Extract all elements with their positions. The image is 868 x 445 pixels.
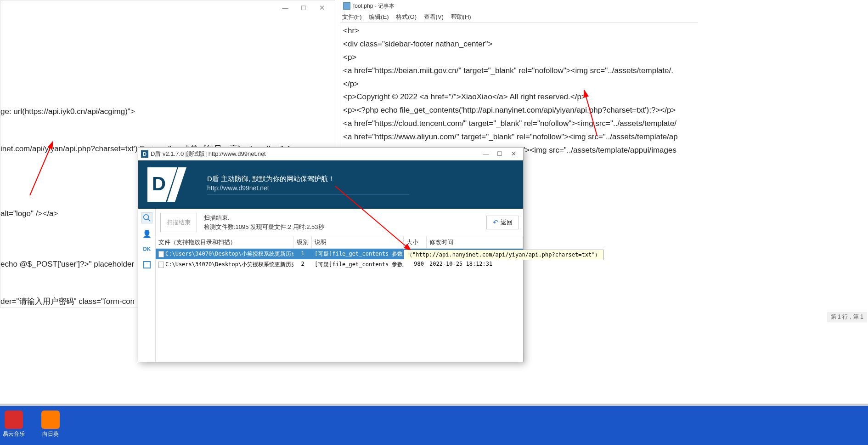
- cell-level: 1: [293, 249, 312, 259]
- dshield-topbar: 扫描结束 扫描结束. 检测文件数:1095 发现可疑文件:2 用时:2.53秒 …: [156, 209, 523, 236]
- np-line: <p><?php echo file_get_contents('http://…: [343, 104, 695, 117]
- back-label: 返回: [501, 218, 513, 227]
- notepad-icon: [343, 2, 350, 10]
- dshield-window-controls: — ☐ ✕: [479, 150, 520, 157]
- file-icon: [158, 262, 164, 268]
- close-button[interactable]: ✕: [313, 1, 331, 14]
- dshield-main: 👤 OK 扫描结束 扫描结束. 检测文件数:1095 发现可疑文件:2 用时:2…: [138, 209, 523, 362]
- th-desc[interactable]: 说明: [312, 236, 404, 248]
- scan-stats-label: 检测文件数:1095 发现可疑文件:2 用时:2.53秒: [204, 222, 486, 232]
- code-line: ge: url(https://api.iyk0.cn/api/acgimg)"…: [0, 103, 335, 121]
- back-button[interactable]: ↶返回: [486, 216, 519, 229]
- music-app-icon: [5, 411, 23, 429]
- notepad-statusbar: 第 1 行，第 1: [827, 312, 867, 322]
- left-titlebar: — ☐ ✕: [0, 0, 335, 15]
- taskbar-item-music[interactable]: 易云音乐: [0, 411, 28, 438]
- np-line: <div class="sidebar-footer nathan_center…: [343, 38, 695, 51]
- menu-edit[interactable]: 编辑(E): [369, 13, 389, 20]
- taskbar: 易云音乐 向日葵: [0, 404, 868, 445]
- table-header: 文件（支持拖放目录和扫描） 级别 说明 大小 修改时间: [156, 236, 523, 249]
- th-level[interactable]: 级别: [293, 236, 312, 248]
- dshield-logo-icon: D: [143, 164, 203, 205]
- menu-format[interactable]: 格式(O): [396, 13, 417, 20]
- dshield-sidebar: 👤 OK: [138, 209, 156, 362]
- cell-size: 980: [404, 260, 427, 269]
- tooltip: （"http://api.nanyinet.com/api/yiyan/api.…: [404, 250, 603, 260]
- cell-desc: [可疑]file_get_contents 参数..: [312, 260, 404, 269]
- svg-rect-5: [144, 262, 150, 268]
- th-time[interactable]: 修改时间: [427, 236, 523, 248]
- minimize-button[interactable]: —: [479, 150, 493, 157]
- taskbar-label: 向日葵: [37, 430, 64, 438]
- taskbar-label: 易云音乐: [0, 430, 28, 438]
- svg-line-4: [147, 219, 150, 221]
- sunflower-app-icon: [41, 411, 60, 429]
- cell-file: C:\Users\34070\Desktop\小笑授权系统更新历史..: [165, 251, 293, 257]
- np-line: <a href="https://cloud.tencent.com/" tar…: [343, 117, 695, 131]
- menu-view[interactable]: 查看(V): [424, 13, 444, 20]
- cell-file: C:\Users\34070\Desktop\小笑授权系统更新历史..: [165, 261, 293, 268]
- maximize-button[interactable]: ☐: [493, 150, 507, 157]
- ok-icon[interactable]: OK: [141, 244, 152, 255]
- user-icon[interactable]: 👤: [141, 228, 152, 239]
- np-line: </p>: [343, 78, 695, 91]
- scan-status: 扫描结束. 检测文件数:1095 发现可疑文件:2 用时:2.53秒: [204, 213, 486, 231]
- np-line: <a href="https://www.aliyun.com/" target…: [343, 131, 695, 144]
- np-line: <p>: [343, 51, 695, 64]
- notepad-title: foot.php - 记事本: [353, 2, 395, 10]
- svg-text:D: D: [152, 173, 166, 194]
- dshield-banner-text: D盾 主动防御, 默默为你的网站保驾护航！ http://www.d99net.…: [203, 175, 519, 195]
- notepad-menubar: 文件(F) 编辑(E) 格式(O) 查看(V) 帮助(H): [340, 12, 698, 23]
- np-line: <p>Copyright © 2022 <a href="/">XiaoXiao…: [343, 91, 695, 104]
- notepad-titlebar: foot.php - 记事本: [340, 0, 698, 12]
- minimize-button[interactable]: —: [276, 1, 294, 14]
- banner-url: http://www.d99net.net: [207, 184, 409, 195]
- np-line: <hr>: [343, 24, 695, 38]
- cell-time: 2022-10-25 18:12:31: [427, 260, 523, 269]
- close-button[interactable]: ✕: [507, 150, 520, 157]
- dshield-banner: D D盾 主动防御, 默默为你的网站保驾护航！ http://www.d99ne…: [138, 160, 523, 209]
- taskbar-item-sunflower[interactable]: 向日葵: [37, 411, 64, 438]
- cell-level: 2: [293, 260, 312, 269]
- np-line: <a href="https://beian.miit.gov.cn/" tar…: [343, 64, 695, 78]
- menu-help[interactable]: 帮助(H): [451, 13, 471, 20]
- maximize-button[interactable]: ☐: [294, 1, 313, 14]
- menu-file[interactable]: 文件(F): [342, 13, 362, 20]
- taskbar-icons: 易云音乐 向日葵: [0, 406, 868, 438]
- file-icon: [158, 251, 164, 257]
- cell-desc: [可疑]file_get_contents 参数 :: [312, 249, 404, 259]
- dshield-title: D盾 v2.1.7.0 [测试版] http://www.d99net.net: [151, 150, 266, 158]
- th-size[interactable]: 大小: [404, 236, 427, 248]
- th-file[interactable]: 文件（支持拖放目录和扫描）: [156, 236, 293, 248]
- dshield-app-icon: D: [141, 150, 148, 158]
- dshield-content: 扫描结束 扫描结束. 检测文件数:1095 发现可疑文件:2 用时:2.53秒 …: [156, 209, 523, 362]
- search-icon[interactable]: [141, 212, 152, 223]
- dshield-titlebar: D D盾 v2.1.7.0 [测试版] http://www.d99net.ne…: [138, 148, 523, 160]
- table-row[interactable]: C:\Users\34070\Desktop\小笑授权系统更新历史.. 2 [可…: [156, 259, 523, 270]
- back-arrow-icon: ↶: [493, 218, 499, 227]
- banner-title: D盾 主动防御, 默默为你的网站保驾护航！: [207, 175, 519, 183]
- scan-done-label: 扫描结束.: [204, 213, 486, 222]
- square-icon[interactable]: [141, 259, 152, 270]
- scan-end-button[interactable]: 扫描结束: [160, 213, 197, 232]
